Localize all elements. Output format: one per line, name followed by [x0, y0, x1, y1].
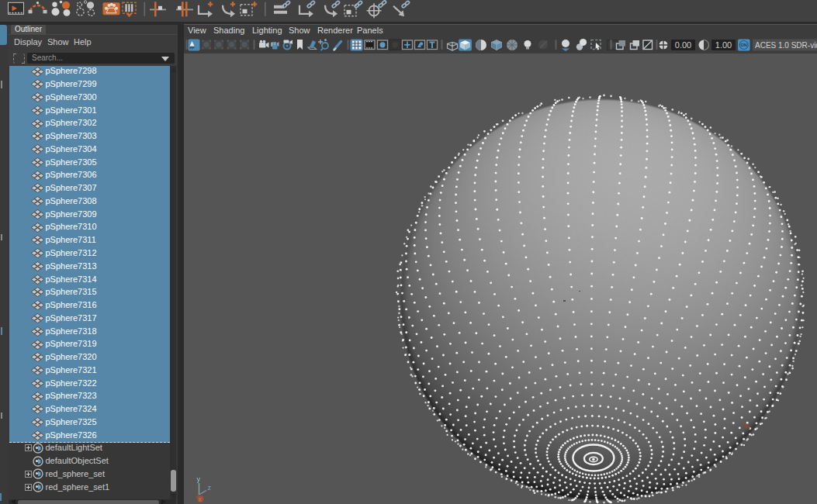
svg-text:ACES 1.0 SDR-video: ACES 1.0 SDR-video: [755, 41, 817, 50]
svg-text:ON: ON: [741, 43, 747, 47]
svg-text:1.00: 1.00: [715, 40, 732, 50]
svg-text:0.00: 0.00: [675, 40, 691, 50]
